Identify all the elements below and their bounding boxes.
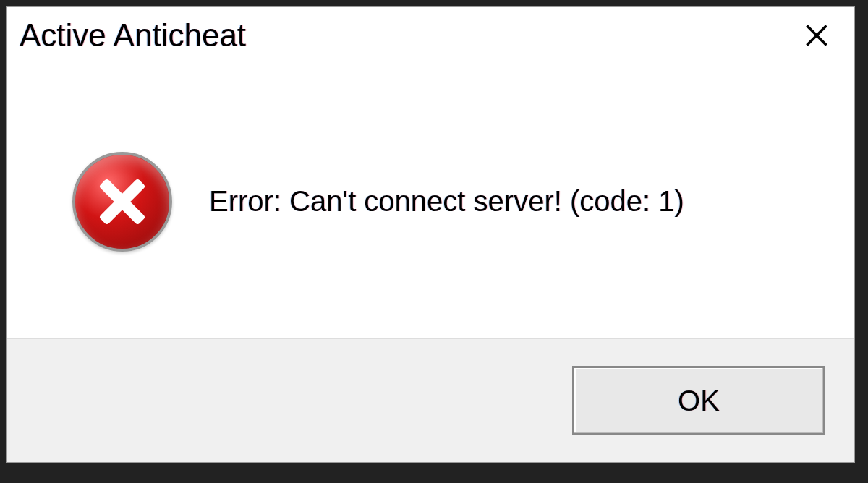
dialog-button-area: OK <box>7 338 854 462</box>
dialog-title: Active Anticheat <box>20 17 246 54</box>
close-icon[interactable] <box>801 20 833 51</box>
error-icon <box>72 152 172 252</box>
dialog-titlebar: Active Anticheat <box>7 7 854 64</box>
error-message: Error: Can't connect server! (code: 1) <box>209 185 684 218</box>
x-icon <box>804 22 830 48</box>
ok-button[interactable]: OK <box>572 366 825 435</box>
error-dialog: Active Anticheat Error: Can't connect se… <box>6 6 855 463</box>
dialog-content: Error: Can't connect server! (code: 1) <box>7 64 854 338</box>
error-icon-wrap <box>72 151 173 252</box>
